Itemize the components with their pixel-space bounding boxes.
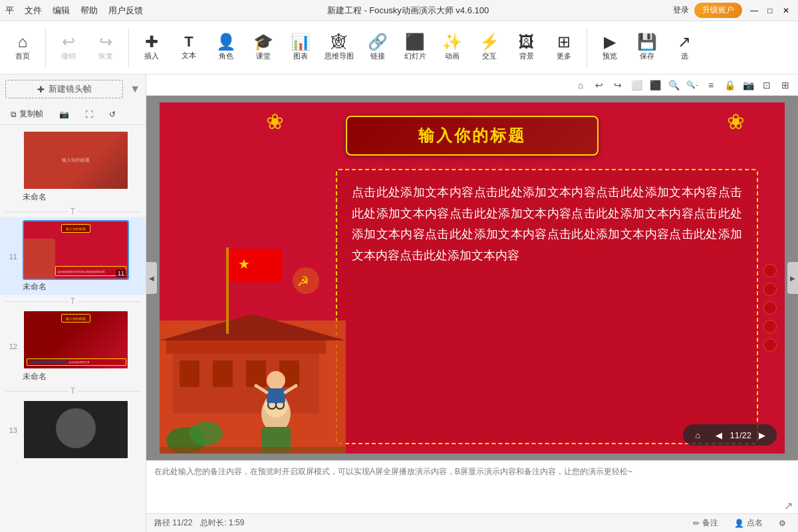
tool-background[interactable]: 🖼 背景 [509, 24, 544, 72]
background-icon: 🖼 [519, 34, 535, 50]
toolbar-home-btn[interactable]: ⌂ [573, 78, 588, 92]
left-panel-collapse[interactable]: ◀ [146, 262, 157, 294]
nav-prev-button[interactable]: ◀ [711, 427, 727, 443]
tool-link[interactable]: 🔗 链接 [360, 24, 395, 72]
slide-item-11[interactable]: 11 输入你的标题 点击此处添加文本内容点击此处添加文本 11 [0, 217, 146, 295]
slide-name: 未命名 [23, 192, 129, 203]
tool-home[interactable]: ⌂ 首页 [5, 24, 40, 72]
divider-line-2b [78, 301, 140, 302]
notes-label: 备注 [702, 517, 718, 529]
slide-thumb-inner-11: 输入你的标题 点击此处添加文本内容点击此处添加文本 11 [24, 221, 128, 279]
slide-name-12: 未命名 [23, 371, 129, 382]
status-bar: 路径 11/22 总时长: 1:59 ✏ 备注 👤 点名 ⚙ [146, 513, 798, 532]
toolbar-undo-btn[interactable]: ↩ [592, 78, 606, 92]
slide-item-info-12: 输入你的标题 点击此处添加文本 未命名 [23, 310, 129, 382]
slide-item-13[interactable]: 13 [0, 397, 146, 464]
new-frame-button[interactable]: ✚ 新建镜头帧 [5, 80, 123, 98]
slide-item-12[interactable]: 12 输入你的标题 点击此处添加文本 未命名 [0, 307, 146, 385]
toolbar-frame2-btn[interactable]: ⬛ [648, 78, 662, 92]
expand-button[interactable]: ⛶ [80, 108, 98, 121]
tool-save[interactable]: 💾 保存 [630, 24, 664, 72]
menu-file[interactable]: 文件 [25, 5, 42, 17]
nav-home-button[interactable]: ⌂ [690, 427, 706, 443]
svg-text:☭: ☭ [297, 274, 309, 289]
slide-item-info: 输入你的标题 未命名 [23, 130, 129, 203]
copy-frame-button[interactable]: ⧉ 复制帧 [5, 106, 49, 122]
copy-icon: ⧉ [11, 110, 17, 119]
panel-toggle[interactable]: ▼ [130, 83, 140, 95]
toolbar-layout-btn[interactable]: ⊡ [759, 78, 774, 92]
camera-button[interactable]: 📷 [54, 108, 74, 121]
illustration: ★ ☭ [160, 227, 346, 454]
mindmap-icon: 🕸 [331, 34, 347, 50]
status-right: ✏ 备注 👤 点名 ⚙ [689, 516, 790, 530]
classroom-icon: 🎓 [253, 34, 273, 50]
slide-badge-11: 11 [116, 269, 126, 277]
login-button[interactable]: 登录 [673, 5, 689, 16]
nav-counter: 11/22 [730, 430, 751, 440]
upgrade-button[interactable]: 升级账户 [694, 3, 742, 18]
maximize-button[interactable]: □ [763, 4, 777, 17]
preview-icon: ▶ [604, 34, 616, 50]
notes-button[interactable]: ✏ 备注 [689, 516, 722, 530]
new-frame-label: 新建镜头帧 [49, 83, 92, 95]
close-button[interactable]: ✕ [779, 4, 793, 17]
tool-insert[interactable]: ✚ 插入 [134, 24, 169, 72]
notes-input[interactable] [146, 461, 798, 498]
toolbar-lock-btn[interactable]: 🔒 [722, 78, 737, 92]
slide-item-unnamed-top[interactable]: 输入你的标题 未命名 [0, 128, 146, 205]
tool-interact[interactable]: ⚡ 交互 [472, 24, 507, 72]
toolbar-camera-btn[interactable]: 📷 [741, 78, 755, 92]
refresh-button[interactable]: ↺ [104, 108, 121, 121]
slide-number-11: 11 [5, 253, 17, 261]
slide-thumbnail-13 [23, 400, 129, 460]
menu-feedback[interactable]: 用户反馈 [108, 5, 143, 17]
slide-canvas[interactable]: TAp ❀ ❀ 输入你的标题 点击此处添加文本内 [160, 102, 785, 454]
menu-ping[interactable]: 平 [5, 5, 14, 17]
tool-classroom[interactable]: 🎓 课堂 [246, 24, 281, 72]
settings-status-btn[interactable]: ⚙ [775, 517, 790, 529]
title-banner[interactable]: 输入你的标题 [346, 116, 598, 156]
tool-more[interactable]: ⊞ 更多 [547, 24, 581, 72]
menu-edit[interactable]: 编辑 [53, 5, 70, 17]
content-box[interactable]: 点击此处添加文本内容点击此处添加文本内容点击此处添加文本内容点击此处添加文本内容… [336, 169, 758, 444]
tool-mindmap[interactable]: 🕸 思维导图 [321, 24, 358, 72]
tool-redo[interactable]: ↪ 恢复 [88, 24, 123, 72]
toolbar-redo-btn[interactable]: ↪ [610, 78, 625, 92]
pattern-dot [763, 283, 777, 296]
divider-line-2 [5, 301, 68, 302]
left-panel-actions: ⧉ 复制帧 📷 ⛶ ↺ [0, 104, 146, 125]
toolbar-grid-btn[interactable]: ≡ [704, 78, 718, 92]
nav-next-button[interactable]: ▶ [754, 427, 770, 443]
tool-slide[interactable]: ⬛ 幻灯片 [398, 24, 432, 72]
select-icon: ↗ [678, 34, 691, 50]
tool-chart[interactable]: 📊 图表 [283, 24, 318, 72]
svg-point-23 [190, 422, 223, 446]
toolbar-zoom-out-btn[interactable]: 🔍- [685, 78, 700, 92]
tool-character[interactable]: 👤 角色 [209, 24, 243, 72]
tool-redo-label: 恢复 [98, 51, 113, 61]
tool-link-label: 链接 [370, 51, 385, 61]
attendance-button[interactable]: 👤 点名 [730, 516, 767, 530]
slide-name-11: 未命名 [23, 281, 129, 293]
tool-preview[interactable]: ▶ 预览 [593, 24, 627, 72]
canvas-area: ⌂ ↩ ↪ ⬜ ⬛ 🔍 🔍- ≡ 🔒 📷 ⊡ ⊞ ◀ [146, 74, 798, 532]
tool-select[interactable]: ↗ 选 [667, 24, 702, 72]
menu-help[interactable]: 帮助 [80, 5, 98, 17]
toolbar-separator-3 [587, 28, 587, 68]
toolbar-frame-btn[interactable]: ⬜ [629, 78, 644, 92]
svg-rect-5 [246, 360, 266, 387]
content-text: 点击此处添加文本内容点击此处添加文本内容点击此处添加文本内容点击此处添加文本内容… [352, 182, 742, 266]
right-panel-collapse[interactable]: ▶ [787, 262, 798, 294]
notes-expand-icon[interactable]: ↗ [784, 499, 793, 512]
minimize-button[interactable]: — [747, 4, 761, 17]
tool-animation[interactable]: ✨ 动画 [435, 24, 469, 72]
slide-thumbnail-11: 输入你的标题 点击此处添加文本内容点击此处添加文本 11 [23, 220, 129, 280]
toolbar-zoom-in-btn[interactable]: 🔍 [666, 78, 681, 92]
tool-text[interactable]: T 文本 [172, 24, 206, 72]
slide-thumb-inner-13 [24, 401, 128, 458]
svg-rect-19 [267, 388, 285, 403]
tool-undo[interactable]: ↩ 撤销 [51, 24, 86, 72]
tool-background-label: 背景 [519, 51, 534, 61]
toolbar-more2-btn[interactable]: ⊞ [778, 78, 793, 92]
